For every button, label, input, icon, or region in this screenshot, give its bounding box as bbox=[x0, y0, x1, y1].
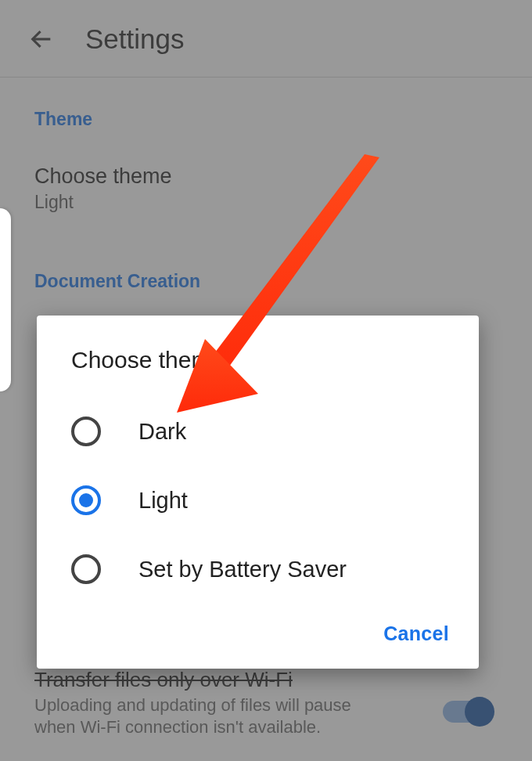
radio-icon-selected bbox=[71, 485, 101, 515]
choose-theme-dialog: Choose theme Dark Light Set by Battery S… bbox=[37, 316, 479, 669]
radio-option-dark[interactable]: Dark bbox=[37, 397, 479, 466]
radio-option-battery-saver[interactable]: Set by Battery Saver bbox=[37, 535, 479, 604]
radio-label: Set by Battery Saver bbox=[138, 557, 347, 582]
radio-dot-icon bbox=[79, 493, 93, 507]
side-edge-tab bbox=[0, 208, 11, 391]
radio-label: Dark bbox=[138, 419, 186, 445]
radio-label: Light bbox=[138, 488, 188, 514]
cancel-button[interactable]: Cancel bbox=[383, 622, 449, 645]
radio-option-light[interactable]: Light bbox=[37, 466, 479, 535]
dialog-title: Choose theme bbox=[37, 347, 479, 397]
radio-icon bbox=[71, 417, 101, 446]
radio-icon bbox=[71, 554, 101, 584]
